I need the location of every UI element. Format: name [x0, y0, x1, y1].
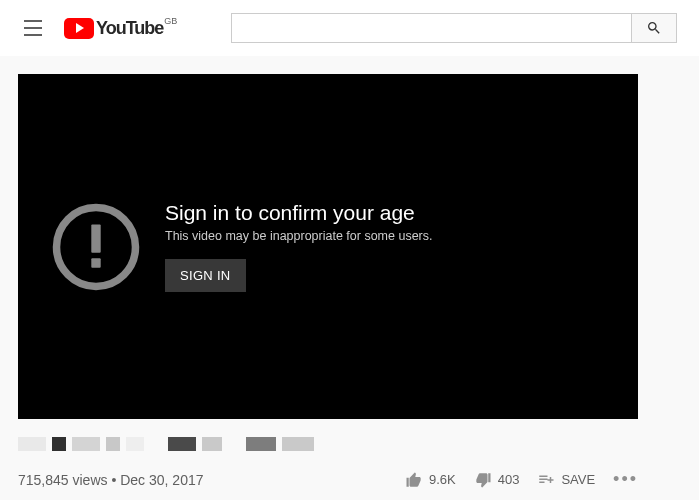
thumbs-down-icon	[474, 471, 492, 489]
thumbs-up-icon	[405, 471, 423, 489]
logo-text: YouTube	[96, 18, 163, 39]
watch-content: Sign in to confirm your age This video m…	[0, 56, 699, 500]
save-button[interactable]: SAVE	[537, 471, 595, 489]
sign-in-button[interactable]: SIGN IN	[165, 259, 246, 292]
video-player: Sign in to confirm your age This video m…	[18, 74, 638, 419]
country-code: GB	[164, 16, 177, 26]
masthead: YouTube GB	[0, 0, 699, 56]
playlist-add-icon	[537, 471, 555, 489]
search-icon	[646, 20, 662, 36]
search-input[interactable]	[231, 13, 631, 43]
svg-rect-1	[91, 224, 100, 252]
dislike-count: 403	[498, 472, 520, 487]
more-actions-button[interactable]: •••	[613, 469, 638, 490]
play-icon	[64, 18, 94, 39]
age-gate-subtext: This video may be inappropriate for some…	[165, 229, 433, 243]
view-count: 715,845 views	[18, 472, 108, 488]
like-count: 9.6K	[429, 472, 456, 487]
youtube-logo[interactable]: YouTube GB	[64, 18, 163, 39]
dislike-button[interactable]: 403	[474, 471, 520, 489]
menu-icon[interactable]	[16, 8, 56, 48]
publish-date: Dec 30, 2017	[120, 472, 203, 488]
search-form	[231, 13, 677, 43]
save-label: SAVE	[561, 472, 595, 487]
video-title-redacted	[18, 437, 681, 451]
view-count-date: 715,845 views • Dec 30, 2017	[18, 472, 405, 488]
search-button[interactable]	[631, 13, 677, 43]
age-gate: Sign in to confirm your age This video m…	[49, 200, 607, 294]
svg-rect-2	[91, 258, 100, 267]
video-meta-row: 715,845 views • Dec 30, 2017 9.6K 403 SA…	[18, 469, 638, 490]
age-gate-heading: Sign in to confirm your age	[165, 201, 433, 225]
warning-icon	[49, 200, 143, 294]
like-button[interactable]: 9.6K	[405, 471, 456, 489]
